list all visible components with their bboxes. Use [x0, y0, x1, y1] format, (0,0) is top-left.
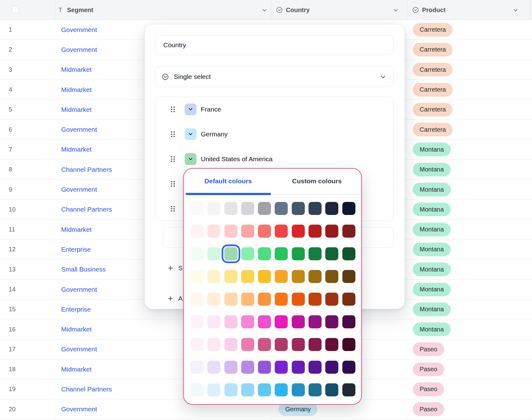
product-cell-pill[interactable]: Montana — [413, 203, 451, 216]
field-type-select[interactable]: Single select — [155, 66, 394, 87]
column-header-product[interactable]: Product — [422, 0, 446, 20]
segment-cell[interactable]: Midmarket — [61, 359, 92, 379]
product-cell-pill[interactable]: Paseo — [413, 382, 444, 396]
row-number[interactable]: 16 — [9, 319, 16, 339]
color-swatch[interactable] — [207, 315, 220, 328]
color-swatch[interactable] — [342, 383, 355, 396]
color-swatch[interactable] — [292, 293, 305, 306]
drag-handle-icon[interactable] — [171, 106, 175, 112]
row-number[interactable]: 1 — [9, 20, 12, 39]
option-color-chip[interactable] — [185, 153, 196, 165]
color-swatch[interactable] — [292, 361, 305, 374]
color-swatch[interactable] — [325, 225, 338, 238]
color-swatch[interactable] — [207, 338, 220, 351]
product-cell-pill[interactable]: Montana — [413, 223, 451, 236]
color-swatch[interactable] — [191, 361, 204, 374]
segment-cell[interactable]: Channel Partners — [61, 160, 112, 179]
segment-cell[interactable]: Government — [61, 180, 97, 199]
color-swatch[interactable] — [325, 383, 338, 396]
color-swatch[interactable] — [224, 293, 237, 306]
segment-cell[interactable]: Midmarket — [61, 319, 92, 339]
color-swatch[interactable] — [275, 202, 288, 215]
color-swatch[interactable] — [342, 202, 355, 215]
drag-handle-icon[interactable] — [171, 156, 175, 162]
color-swatch[interactable] — [275, 270, 288, 283]
product-cell-pill[interactable]: Carretera — [413, 63, 453, 76]
color-swatch[interactable] — [275, 383, 288, 396]
color-swatch[interactable] — [292, 247, 305, 260]
chevron-down-icon[interactable] — [513, 7, 518, 13]
color-swatch[interactable] — [258, 202, 271, 215]
row-number[interactable]: 8 — [9, 160, 12, 179]
row-number[interactable]: 6 — [9, 120, 12, 139]
product-cell-pill[interactable]: Montana — [413, 262, 451, 276]
tab-custom-colours[interactable]: Custom colours — [273, 169, 361, 194]
drag-handle-icon[interactable] — [171, 131, 175, 137]
row-number[interactable]: 9 — [9, 180, 12, 199]
segment-cell[interactable]: Midmarket — [61, 220, 92, 239]
product-cell-pill[interactable]: Montana — [413, 243, 451, 256]
color-swatch[interactable] — [241, 383, 254, 396]
color-swatch[interactable] — [241, 225, 254, 238]
drag-handle-icon[interactable] — [171, 206, 175, 212]
color-swatch[interactable] — [325, 202, 338, 215]
product-cell-pill[interactable]: Montana — [413, 283, 451, 296]
row-number[interactable]: 13 — [9, 260, 16, 279]
color-swatch[interactable] — [241, 270, 254, 283]
column-header-country[interactable]: Country — [286, 0, 310, 20]
color-swatch[interactable] — [241, 361, 254, 374]
row-number[interactable]: 15 — [9, 299, 16, 319]
option-color-chip[interactable] — [185, 128, 196, 140]
color-swatch[interactable] — [342, 247, 355, 260]
color-swatch[interactable] — [309, 315, 322, 328]
color-swatch[interactable] — [241, 247, 254, 260]
color-swatch[interactable] — [191, 225, 204, 238]
product-cell-pill[interactable]: Montana — [413, 143, 451, 156]
product-cell-pill[interactable]: Carretera — [413, 123, 453, 136]
color-swatch[interactable] — [325, 247, 338, 260]
color-swatch[interactable] — [309, 202, 322, 215]
color-swatch[interactable] — [224, 361, 237, 374]
color-swatch[interactable] — [207, 293, 220, 306]
segment-cell[interactable]: Midmarket — [61, 140, 92, 159]
color-swatch[interactable] — [207, 383, 220, 396]
product-cell-pill[interactable]: Paseo — [413, 402, 444, 416]
color-swatch[interactable] — [292, 383, 305, 396]
color-swatch[interactable] — [191, 315, 204, 328]
color-swatch[interactable] — [342, 315, 355, 328]
row-number[interactable]: 3 — [9, 60, 12, 80]
chevron-down-icon[interactable] — [262, 7, 267, 13]
color-swatch[interactable] — [207, 361, 220, 374]
row-number[interactable]: 10 — [9, 200, 16, 219]
product-cell-pill[interactable]: Carretera — [413, 23, 453, 37]
color-swatch[interactable] — [207, 202, 220, 215]
color-swatch[interactable] — [258, 293, 271, 306]
option-label[interactable]: France — [201, 97, 221, 122]
row-number[interactable]: 20 — [9, 399, 16, 419]
color-swatch[interactable] — [258, 225, 271, 238]
product-cell-pill[interactable]: Montana — [413, 163, 451, 176]
color-swatch[interactable] — [224, 338, 237, 351]
color-swatch[interactable] — [325, 338, 338, 351]
color-swatch[interactable] — [275, 338, 288, 351]
product-cell-pill[interactable]: Paseo — [413, 363, 444, 376]
segment-cell[interactable]: Government — [61, 20, 97, 39]
color-swatch[interactable] — [325, 315, 338, 328]
row-number[interactable]: 11 — [9, 220, 15, 239]
color-swatch[interactable] — [258, 315, 271, 328]
color-swatch[interactable] — [191, 247, 204, 260]
field-name-input[interactable]: Country — [155, 35, 394, 55]
color-swatch[interactable] — [241, 338, 254, 351]
tab-default-colours[interactable]: Default colours — [184, 169, 273, 194]
row-number[interactable]: 17 — [9, 340, 16, 359]
chevron-down-icon[interactable] — [393, 7, 399, 13]
product-cell-pill[interactable]: Carretera — [413, 103, 453, 116]
drag-handle-icon[interactable] — [171, 181, 175, 187]
product-cell-pill[interactable]: Paseo — [413, 342, 444, 356]
color-swatch[interactable] — [325, 293, 338, 306]
segment-cell[interactable]: Enterprise — [61, 240, 91, 259]
color-swatch[interactable] — [342, 338, 355, 351]
row-number[interactable]: 12 — [9, 240, 16, 259]
color-swatch[interactable] — [325, 270, 338, 283]
color-swatch[interactable] — [224, 383, 237, 396]
